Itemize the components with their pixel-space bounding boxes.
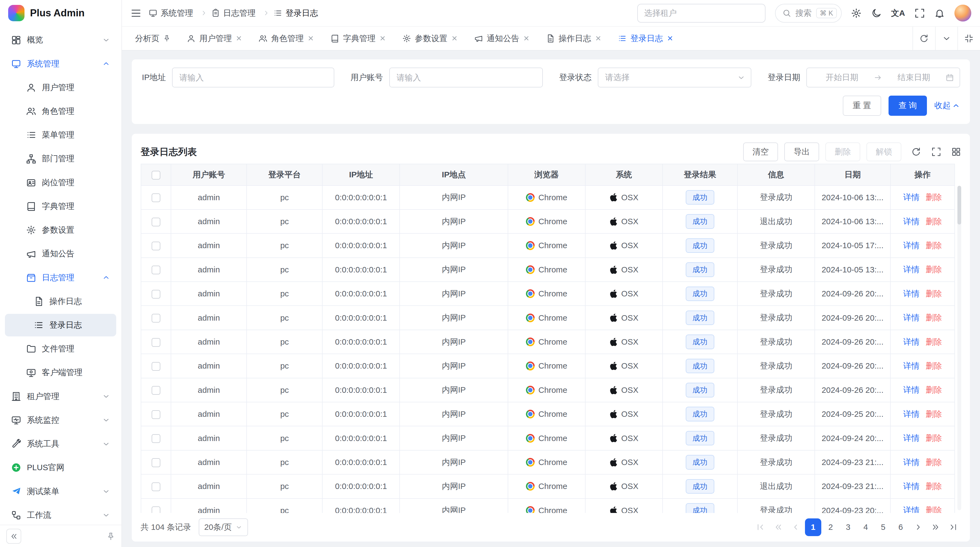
row-delete-link[interactable]: 删除: [926, 289, 942, 298]
notifications-button[interactable]: [934, 8, 945, 19]
detail-link[interactable]: 详情: [903, 241, 920, 250]
close-icon[interactable]: [595, 35, 601, 41]
status-select[interactable]: 请选择: [598, 67, 751, 88]
row-delete-link[interactable]: 删除: [926, 217, 942, 226]
prev-page-button[interactable]: [788, 518, 804, 536]
clear-button[interactable]: 清空: [743, 142, 778, 161]
detail-link[interactable]: 详情: [903, 385, 920, 394]
row-delete-link[interactable]: 删除: [926, 337, 942, 346]
sidebar-collapse-button[interactable]: [6, 529, 21, 544]
row-delete-link[interactable]: 删除: [926, 458, 942, 467]
detail-link[interactable]: 详情: [903, 434, 920, 442]
row-checkbox[interactable]: [152, 410, 160, 419]
row-checkbox[interactable]: [152, 482, 160, 491]
hamburger-menu-button[interactable]: [130, 8, 141, 19]
page-number-button[interactable]: 3: [840, 518, 856, 536]
first-page-button[interactable]: [752, 518, 769, 536]
detail-link[interactable]: 详情: [903, 361, 920, 370]
row-checkbox[interactable]: [152, 458, 160, 467]
date-range-picker[interactable]: 开始日期 结束日期: [806, 67, 960, 88]
settings-button[interactable]: [851, 8, 862, 19]
sidebar-item[interactable]: 日志管理: [5, 266, 116, 289]
sidebar-item[interactable]: PLUS官网: [5, 456, 116, 479]
row-delete-link[interactable]: 删除: [926, 241, 942, 250]
tab[interactable]: 分析页: [127, 27, 178, 50]
row-checkbox[interactable]: [152, 362, 160, 371]
tab[interactable]: 用户管理: [179, 27, 251, 50]
row-delete-link[interactable]: 删除: [926, 361, 942, 370]
page-size-select[interactable]: 20条/页: [199, 518, 248, 536]
detail-link[interactable]: 详情: [903, 458, 920, 467]
close-icon[interactable]: [667, 35, 673, 41]
sidebar-item[interactable]: 系统工具: [5, 432, 116, 455]
row-delete-link[interactable]: 删除: [926, 265, 942, 274]
sidebar-item[interactable]: 系统监控: [5, 409, 116, 432]
jump-back-button[interactable]: [770, 518, 786, 536]
table-fullscreen-button[interactable]: [931, 147, 941, 157]
next-page-button[interactable]: [910, 518, 926, 536]
page-number-button[interactable]: 4: [858, 518, 874, 536]
close-icon[interactable]: [307, 35, 314, 41]
row-checkbox[interactable]: [152, 314, 160, 322]
scrollbar-thumb[interactable]: [958, 186, 961, 225]
select-all-checkbox[interactable]: [152, 171, 160, 180]
row-checkbox[interactable]: [152, 218, 160, 226]
close-icon[interactable]: [451, 35, 458, 41]
row-delete-link[interactable]: 删除: [926, 506, 942, 513]
detail-link[interactable]: 详情: [903, 217, 920, 226]
app-logo-row[interactable]: Plus Admin: [0, 0, 121, 26]
detail-link[interactable]: 详情: [903, 337, 920, 346]
detail-link[interactable]: 详情: [903, 313, 920, 322]
sidebar-item[interactable]: 文件管理: [5, 338, 116, 360]
sidebar-item[interactable]: 岗位管理: [5, 171, 116, 194]
row-delete-link[interactable]: 删除: [926, 482, 942, 491]
sidebar-item[interactable]: 登录日志: [5, 314, 116, 336]
sidebar-item[interactable]: 部门管理: [5, 148, 116, 170]
sidebar-item[interactable]: 角色管理: [5, 100, 116, 123]
tab[interactable]: 操作日志: [538, 27, 610, 50]
language-switch-button[interactable]: 文A: [891, 8, 905, 19]
tab[interactable]: 登录日志: [610, 27, 682, 50]
close-icon[interactable]: [379, 35, 386, 41]
breadcrumb-item[interactable]: 日志管理: [211, 8, 274, 19]
breadcrumb-item[interactable]: 系统管理: [149, 8, 211, 19]
dark-mode-toggle[interactable]: [871, 8, 882, 19]
tab[interactable]: 字典管理: [322, 27, 394, 50]
global-search-button[interactable]: 搜索 ⌘ K: [775, 4, 842, 22]
row-delete-link[interactable]: 删除: [926, 410, 942, 418]
detail-link[interactable]: 详情: [903, 193, 920, 202]
row-delete-link[interactable]: 删除: [926, 193, 942, 202]
fullscreen-button[interactable]: [915, 8, 925, 19]
avatar[interactable]: [955, 5, 971, 22]
query-button[interactable]: 查 询: [889, 96, 927, 115]
tab-more-dropdown-button[interactable]: [935, 27, 958, 50]
row-checkbox[interactable]: [152, 386, 160, 395]
delete-button[interactable]: 删除: [826, 142, 860, 161]
pin-icon[interactable]: [163, 35, 171, 42]
sidebar-item[interactable]: 通知公告: [5, 243, 116, 265]
page-number-button[interactable]: 1: [805, 518, 821, 536]
sidebar-item[interactable]: 菜单管理: [5, 124, 116, 146]
sidebar-item[interactable]: 用户管理: [5, 76, 116, 99]
row-checkbox[interactable]: [152, 290, 160, 298]
export-button[interactable]: 导出: [784, 142, 819, 161]
tab-refresh-button[interactable]: [913, 27, 935, 50]
jump-forward-button[interactable]: [928, 518, 944, 536]
ip-input[interactable]: [172, 67, 334, 88]
tab[interactable]: 参数设置: [394, 27, 466, 50]
page-number-button[interactable]: 6: [892, 518, 909, 536]
row-checkbox[interactable]: [152, 242, 160, 250]
column-settings-button[interactable]: [951, 147, 961, 157]
account-input[interactable]: [389, 67, 543, 88]
sidebar-item[interactable]: 概览: [5, 29, 116, 51]
sidebar-item[interactable]: 系统管理: [5, 53, 116, 75]
page-number-button[interactable]: 5: [875, 518, 891, 536]
sidebar-item[interactable]: 操作日志: [5, 290, 116, 313]
row-delete-link[interactable]: 删除: [926, 434, 942, 442]
row-delete-link[interactable]: 删除: [926, 313, 942, 322]
row-delete-link[interactable]: 删除: [926, 385, 942, 394]
detail-link[interactable]: 详情: [903, 506, 920, 513]
sidebar-pin-button[interactable]: [107, 532, 115, 541]
table-refresh-button[interactable]: [911, 147, 921, 157]
detail-link[interactable]: 详情: [903, 289, 920, 298]
